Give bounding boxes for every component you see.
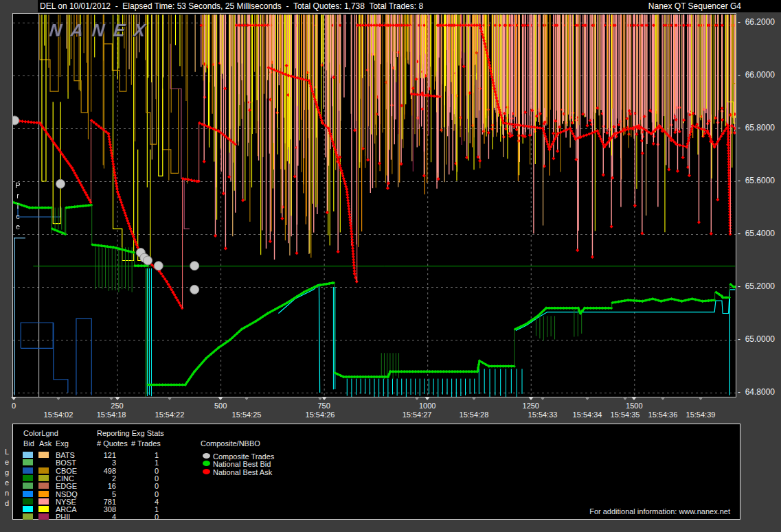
- chart-title: DEL on 10/01/2012 - Elapsed Time: 53 Sec…: [40, 1, 423, 11]
- tick-caret: [631, 397, 637, 400]
- nanex-watermark: NANEX: [48, 21, 155, 41]
- quote-index-tick: 500: [214, 402, 227, 410]
- nbbo-legend-dot: [203, 453, 210, 459]
- time-caret: [585, 397, 590, 400]
- exchange-quote-count: 16: [84, 482, 116, 490]
- exchange-quote-count: 781: [84, 498, 116, 506]
- exchange-trade-count: 1: [127, 451, 159, 459]
- time-caret: [698, 397, 703, 400]
- trades-column-header: # Trades: [131, 439, 161, 448]
- ask-color-swatch: [38, 452, 49, 458]
- quote-index-tick: 750: [317, 402, 330, 410]
- exchange-name: CINC: [56, 474, 74, 483]
- exchange-quote-count: 308: [84, 505, 116, 513]
- exg-column-header: Exg: [56, 439, 69, 448]
- price-tick-label: - 65.4000: [738, 229, 775, 238]
- exchange-quote-count: 498: [84, 467, 116, 475]
- exchange-trade-count: 4: [127, 498, 159, 506]
- price-axis-label: Price: [14, 181, 22, 233]
- price-chart-frame: NANEX: [12, 13, 736, 397]
- exchange-name: PHIL: [56, 513, 72, 521]
- time-tick-label: 15:54:36: [648, 410, 678, 419]
- time-caret: [56, 397, 61, 400]
- title-bar: DEL on 10/01/2012 - Elapsed Time: 53 Sec…: [38, 0, 781, 12]
- time-tick-label: 15:54:26: [306, 410, 335, 419]
- nbbo-legend-dot: [203, 461, 210, 466]
- reporting-stats-header: Reporting Exg Stats: [97, 429, 164, 437]
- price-axis: - 66.2000- 66.0000- 65.8000- 65.6000- 65…: [736, 0, 781, 412]
- color-legend-header: ColorLgnd: [23, 429, 58, 437]
- footer-link-text: For additional information: www.nanex.ne…: [589, 507, 730, 516]
- price-tick-label: - 65.2000: [738, 281, 775, 291]
- tick-caret: [218, 397, 223, 400]
- time-tick-label: 15:54:33: [528, 410, 558, 419]
- ask-color-swatch: [38, 475, 49, 481]
- price-tick-label: - 65.0000: [738, 334, 775, 344]
- bid-color-swatch: [23, 467, 33, 474]
- ask-color-swatch: [38, 506, 49, 512]
- exchange-trade-count: 0: [127, 490, 159, 498]
- exchange-name: EDGE: [56, 482, 77, 490]
- bid-color-swatch: [23, 498, 33, 505]
- time-tick-label: 15:54:35: [611, 410, 640, 419]
- bid-color-swatch: [23, 513, 33, 520]
- bid-color-swatch: [23, 491, 33, 497]
- time-caret: [167, 397, 172, 400]
- nanex-sequencer-window: DEL on 10/01/2012 - Elapsed Time: 53 Sec…: [0, 0, 781, 532]
- time-tick-label: 15:54:22: [155, 410, 185, 419]
- exchange-quote-count: 121: [84, 451, 116, 459]
- exchange-name: CBOE: [56, 467, 77, 475]
- time-caret: [244, 397, 249, 400]
- ask-color-swatch: [38, 513, 49, 520]
- time-caret: [471, 397, 477, 400]
- quote-index-tick: 1250: [523, 402, 539, 410]
- time-caret: [109, 397, 114, 400]
- bid-color-swatch: [23, 483, 33, 489]
- ask-color-swatch: [38, 491, 49, 497]
- price-tick-label: - 65.6000: [738, 176, 775, 185]
- time-tick-label: 15:54:28: [460, 410, 489, 419]
- legend-axis-label: Legend: [3, 448, 11, 509]
- exchange-name: BOST: [56, 459, 76, 467]
- price-tick-label: - 65.8000: [738, 123, 775, 132]
- bid-column-header: Bid: [23, 439, 34, 448]
- legend-panel: ColorLgnd Bid Ask Exg Reporting Exg Stat…: [12, 424, 740, 520]
- nbbo-legend-label: Composite Trades: [213, 452, 274, 461]
- time-caret: [317, 397, 323, 400]
- tick-caret: [425, 397, 430, 400]
- ask-color-swatch: [38, 483, 49, 489]
- exchange-trade-count: 0: [127, 474, 159, 483]
- time-caret: [622, 397, 628, 400]
- nbbo-legend-label: National Best Ask: [213, 468, 272, 476]
- time-tick-label: 15:54:02: [44, 410, 73, 419]
- exchange-quote-count: 3: [84, 459, 116, 467]
- quote-index-tick: 1500: [626, 402, 642, 410]
- price-chart-canvas: [13, 14, 736, 397]
- time-tick-label: 15:54:27: [403, 410, 432, 419]
- bid-color-swatch: [23, 459, 33, 465]
- time-caret: [660, 397, 666, 400]
- nbbo-legend-dot: [203, 469, 210, 474]
- exchange-trade-count: 1: [127, 505, 159, 513]
- time-caret: [540, 397, 545, 400]
- quote-index-tick: 1000: [419, 402, 435, 410]
- quote-index-tick: 250: [111, 402, 123, 410]
- exchange-name: ARCA: [56, 505, 77, 513]
- time-axis: 025050075010001250150015:54:0215:54:1815…: [0, 397, 781, 424]
- exchange-trade-count: 1: [127, 459, 159, 467]
- exchange-quote-count: 4: [84, 513, 116, 521]
- time-tick-label: 15:54:34: [573, 410, 602, 419]
- app-name: Nanex QT Sequencer G4: [648, 1, 741, 11]
- ask-column-header: Ask: [39, 439, 52, 448]
- ask-color-swatch: [38, 467, 49, 474]
- bid-color-swatch: [23, 452, 33, 458]
- bid-color-swatch: [23, 475, 33, 481]
- ask-color-swatch: [38, 498, 49, 505]
- price-tick-label: - 66.0000: [738, 70, 775, 80]
- time-tick-label: 15:54:25: [232, 410, 262, 419]
- price-tick-label: - 64.8000: [738, 387, 775, 397]
- nbbo-header: Composite/NBBO: [201, 439, 260, 448]
- exchange-trade-count: 0: [127, 482, 159, 490]
- exchange-quote-count: 5: [84, 490, 116, 498]
- nbbo-legend-label: National Best Bid: [213, 460, 271, 468]
